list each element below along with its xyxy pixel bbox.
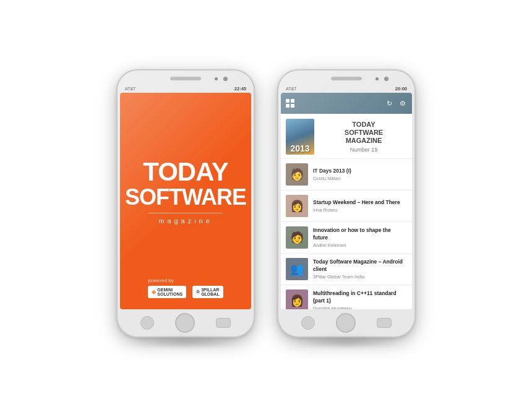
article-item-2[interactable]: 👩 Startup Weekend – Here and There Irina… <box>281 191 412 222</box>
refresh-icon[interactable]: ↻ <box>385 99 393 108</box>
article-item-3[interactable]: 🧑 Innovation or how to shape the future … <box>281 222 412 254</box>
right-screen: ↻ ⚙ 2013 TODAY SOFTWARE <box>281 93 412 309</box>
article-title-2: Startup Weekend – Here and There <box>313 199 407 206</box>
magazine-number: Number 19 <box>320 147 407 153</box>
mag-title-line2: SOFTWARE <box>345 129 383 136</box>
right-carrier: AT&T <box>286 87 296 91</box>
left-phone: AT&T 22:45 TODAY SOFTWARE magazine power… <box>118 71 254 336</box>
back-button[interactable] <box>140 316 154 330</box>
right-back-button[interactable] <box>301 316 315 330</box>
avatar-1: 🧑 <box>286 163 308 186</box>
right-phone-shadow <box>292 336 401 348</box>
cover-inner: 2013 <box>286 119 314 155</box>
avatar-face-5: 👩 <box>286 289 308 309</box>
right-camera <box>384 77 388 81</box>
camera <box>223 77 228 81</box>
splash-footer: powered by ◈ GEMINISOLUTIONS ⊙ 3PILLARGL… <box>148 278 223 298</box>
settings-icon[interactable]: ⚙ <box>398 99 407 108</box>
mag-title-line1: TODAY <box>352 121 375 128</box>
left-phone-shadow <box>131 336 240 348</box>
splash-today: TODAY <box>125 158 246 186</box>
right-home-button[interactable] <box>336 313 356 333</box>
article-text-2: Startup Weekend – Here and There Irina R… <box>313 199 407 213</box>
magazine-cover: 2013 <box>286 119 314 155</box>
article-author-1: Ovidiu Mătan <box>313 176 407 181</box>
right-time: 20:00 <box>395 86 407 92</box>
avatar-5: 👩 <box>286 289 308 309</box>
left-status-bar: AT&T 22:45 <box>122 84 249 93</box>
speaker <box>170 77 201 80</box>
splash-screen: TODAY SOFTWARE magazine powered by ◈ GEM… <box>120 93 251 309</box>
gemini-label: GEMINISOLUTIONS <box>157 288 182 296</box>
avatar-4: 👥 <box>286 258 308 280</box>
sensor <box>215 77 218 80</box>
app-toolbar: ↻ ⚙ <box>281 93 412 114</box>
right-status-right: 20:00 <box>395 86 407 92</box>
left-status-right: 22:45 <box>234 86 246 92</box>
left-phone-top <box>118 71 254 84</box>
splash-software: SOFTWARE <box>125 186 246 209</box>
article-text-5: Multithreading in C++11 standard (part 1… <box>313 290 407 309</box>
articles-list: 🧑 IT Days 2013 (I) Ovidiu Mătan 👩 Startu <box>281 159 412 309</box>
left-phone-bottom <box>118 309 254 336</box>
right-recent-button[interactable] <box>377 318 392 328</box>
left-carrier: AT&T <box>125 87 135 91</box>
article-title-3: Innovation or how to shape the future <box>313 227 407 241</box>
scene: AT&T 22:45 TODAY SOFTWARE magazine power… <box>118 71 414 336</box>
right-phone-top <box>278 71 414 84</box>
article-title-4: Today Software Magazine – Android client <box>313 259 407 272</box>
left-time: 22:45 <box>234 86 246 92</box>
logo-gemini: ◈ GEMINISOLUTIONS <box>148 286 186 298</box>
home-button[interactable] <box>175 313 195 333</box>
mag-title-line3: MAGAZINE <box>346 137 382 144</box>
article-author-4: 3Pillar Global Team India <box>313 274 407 280</box>
article-title-5: Multithreading in C++11 standard (part 1… <box>313 290 407 304</box>
article-author-5: Dumițița Munteanu <box>313 306 407 309</box>
left-screen: TODAY SOFTWARE magazine powered by ◈ GEM… <box>120 93 251 309</box>
splash-title: TODAY SOFTWARE <box>125 158 246 209</box>
splash-magazine: magazine <box>158 217 213 225</box>
article-text-1: IT Days 2013 (I) Ovidiu Mătan <box>313 168 407 181</box>
avatar-face-3: 🧑 <box>286 226 308 249</box>
right-phone: AT&T 20:00 ↻ ⚙ <box>278 71 414 336</box>
avatar-2: 👩 <box>286 195 308 217</box>
toolbar-right: ↻ ⚙ <box>385 99 407 108</box>
article-item-1[interactable]: 🧑 IT Days 2013 (I) Ovidiu Mătan <box>281 159 412 191</box>
3pillar-icon: ⊙ <box>196 289 200 294</box>
splash-top: TODAY SOFTWARE magazine <box>125 105 246 278</box>
splash-divider <box>148 213 223 214</box>
right-phone-bottom <box>278 309 414 336</box>
right-status-bar: AT&T 20:00 <box>283 84 410 93</box>
right-sensor <box>375 77 379 80</box>
3pillar-label: 3PILLARGLOBAL <box>201 288 220 296</box>
right-status-left: AT&T <box>286 87 296 91</box>
right-speaker <box>331 77 362 80</box>
article-author-3: Andrei Kelemen <box>313 242 407 248</box>
article-text-4: Today Software Magazine – Android client… <box>313 259 407 279</box>
gemini-icon: ◈ <box>152 289 156 295</box>
avatar-face-2: 👩 <box>286 195 308 217</box>
magazine-title: TODAY SOFTWARE MAGAZINE <box>320 121 407 145</box>
article-item-5[interactable]: 👩 Multithreading in C++11 standard (part… <box>281 285 412 309</box>
splash-powered: powered by <box>148 278 223 283</box>
avatar-3: 🧑 <box>286 226 308 249</box>
article-text-3: Innovation or how to shape the future An… <box>313 227 407 247</box>
magazine-info: TODAY SOFTWARE MAGAZINE Number 19 <box>320 121 407 153</box>
list-screen: ↻ ⚙ 2013 TODAY SOFTWARE <box>281 93 412 309</box>
article-item-4[interactable]: 👥 Today Software Magazine – Android clie… <box>281 254 412 285</box>
magazine-header: 2013 TODAY SOFTWARE MAGAZINE Number 19 <box>281 114 412 159</box>
avatar-face-4: 👥 <box>286 258 308 280</box>
left-status-left: AT&T <box>125 87 135 91</box>
article-title-1: IT Days 2013 (I) <box>313 168 407 174</box>
cover-year: 2013 <box>290 144 309 153</box>
avatar-face-1: 🧑 <box>286 163 308 186</box>
recent-button[interactable] <box>216 318 231 328</box>
grid-icon[interactable] <box>286 99 294 108</box>
logo-3pillar: ⊙ 3PILLARGLOBAL <box>192 286 223 298</box>
splash-logos: ◈ GEMINISOLUTIONS ⊙ 3PILLARGLOBAL <box>148 286 223 298</box>
article-author-2: Irina Rotaru <box>313 207 407 213</box>
